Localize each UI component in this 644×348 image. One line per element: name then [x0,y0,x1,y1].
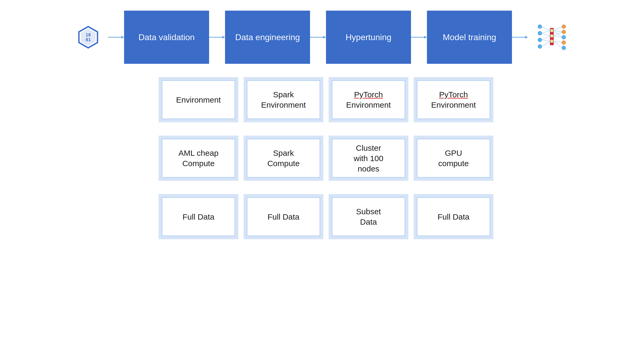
svg-point-20 [562,35,566,39]
detail-cell-data-2: Full Data [241,191,326,242]
detail-cell-comp-1: AML cheapCompute [156,133,241,183]
detail-box-outer: PyTorchEnvironment [414,77,493,122]
data-3-label: SubsetData [356,206,381,227]
arrow-3 [411,35,427,40]
data-2-label: Full Data [268,212,299,222]
detail-box-inner: Full Data [162,197,235,236]
comp-2-label: SparkCompute [267,148,300,169]
detail-box-inner: Environment [162,80,235,119]
detail-box-outer: GPUcompute [414,136,493,181]
pipeline-box-label: Model training [440,30,499,45]
env-2-label: SparkEnvironment [261,89,306,110]
detail-box-inner: SubsetData [332,197,405,236]
compute-row: AML cheapCompute SparkCompute Clusterwit… [108,133,536,183]
data-icon: 10 01 [76,25,100,49]
pipeline-box-model-training: Model training [427,11,512,64]
diagram-container: 10 01 Data validation Data engineering H… [16,11,628,337]
grid-rows: Environment SparkEnvironment PyTorchEnvi… [16,74,628,242]
detail-cell-comp-4: GPUcompute [411,133,496,183]
comp-3-label: Clusterwith 100nodes [354,143,383,174]
svg-text:10: 10 [86,32,91,37]
svg-point-19 [562,30,566,34]
pipeline-box-label: Data validation [136,30,197,45]
env-3-label: PyTorchEnvironment [346,89,391,110]
svg-line-31 [542,40,550,41]
arrow-0 [108,35,124,40]
comp-4-label: GPUcompute [438,148,469,169]
pipeline-box-data-engineering: Data engineering [225,11,310,64]
svg-point-22 [562,46,566,50]
svg-point-16 [538,38,542,42]
pipeline-box-label: Data engineering [232,30,303,45]
svg-line-33 [554,27,562,31]
neural-network-icon [536,21,568,53]
detail-box-outer: Clusterwith 100nodes [329,136,408,181]
detail-box-outer: Full Data [159,194,238,239]
detail-box-inner: SparkCompute [247,139,320,178]
data-1-label: Full Data [183,212,214,222]
detail-cell-env-4: PyTorchEnvironment [411,74,496,125]
detail-box-inner: Full Data [417,197,490,236]
data-4-label: Full Data [438,212,469,222]
svg-line-29 [542,33,550,36]
detail-cell-comp-3: Clusterwith 100nodes [326,133,411,183]
svg-point-25 [550,34,553,37]
svg-point-15 [538,31,542,35]
detail-cell-data-1: Full Data [156,191,241,242]
svg-marker-9 [323,36,326,39]
detail-box-inner: AML cheapCompute [162,139,235,178]
svg-line-32 [542,41,550,47]
detail-cell-env-1: Environment [156,74,241,125]
detail-box-inner: Clusterwith 100nodes [332,139,405,178]
svg-marker-7 [222,36,225,39]
detail-box-outer: SparkEnvironment [244,77,323,122]
detail-cell-data-4: Full Data [411,191,496,242]
detail-box-outer: Environment [159,77,238,122]
environment-row: Environment SparkEnvironment PyTorchEnvi… [108,74,536,125]
data-row: Full Data Full Data SubsetData [108,191,536,242]
pipeline-row: 10 01 Data validation Data engineering H… [16,11,628,64]
svg-line-27 [542,27,550,31]
svg-text:01: 01 [86,37,91,42]
comp-1-label: AML cheapCompute [179,148,219,169]
svg-point-26 [550,40,553,43]
svg-marker-13 [525,36,528,39]
arrow-2 [310,35,326,40]
pipeline-box-label: Hypertuning [343,30,394,45]
svg-point-24 [550,29,553,32]
detail-cell-comp-2: SparkCompute [241,133,326,183]
pipeline-box-hypertuning: Hypertuning [326,11,411,64]
detail-box-inner: SparkEnvironment [247,80,320,119]
detail-box-outer: SubsetData [329,194,408,239]
svg-point-18 [562,25,566,28]
detail-box-inner: PyTorchEnvironment [417,80,490,119]
svg-point-21 [562,41,566,44]
svg-point-14 [538,25,542,28]
svg-point-17 [538,45,542,48]
svg-marker-5 [121,36,124,39]
detail-box-outer: SparkCompute [244,136,323,181]
svg-marker-11 [424,36,427,39]
detail-cell-env-3: PyTorchEnvironment [326,74,411,125]
detail-box-outer: Full Data [414,194,493,239]
detail-box-outer: Full Data [244,194,323,239]
detail-box-inner: GPUcompute [417,139,490,178]
detail-box-outer: AML cheapCompute [159,136,238,181]
arrow-1 [209,35,225,40]
env-4-label: PyTorchEnvironment [431,89,476,110]
svg-line-30 [542,36,550,40]
svg-line-28 [542,31,550,33]
detail-cell-env-2: SparkEnvironment [241,74,326,125]
pipeline-box-data-validation: Data validation [124,11,209,64]
arrow-4 [512,35,528,40]
detail-box-inner: Full Data [247,197,320,236]
detail-cell-data-3: SubsetData [326,191,411,242]
detail-box-inner: PyTorchEnvironment [332,80,405,119]
env-1-label: Environment [176,95,221,105]
detail-box-outer: PyTorchEnvironment [329,77,408,122]
